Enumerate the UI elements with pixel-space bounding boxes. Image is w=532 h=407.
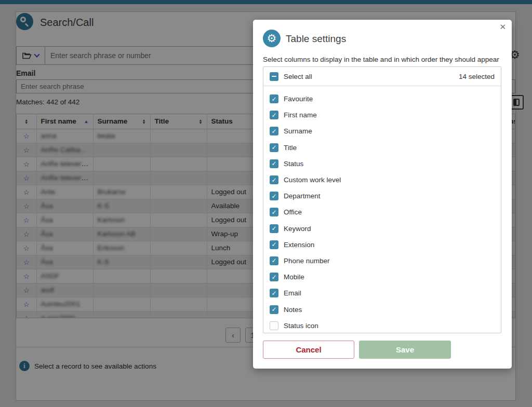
column-option-phone-number[interactable]: ✓Phone number: [263, 253, 501, 269]
column-option-office[interactable]: ✓Office: [263, 204, 501, 220]
checked-checkbox[interactable]: ✓: [270, 192, 278, 200]
close-icon[interactable]: ✕: [499, 22, 506, 32]
column-option-label: Favourite: [284, 95, 313, 103]
checked-checkbox[interactable]: ✓: [270, 224, 278, 233]
column-option-label: Extension: [284, 241, 314, 249]
column-option-status-icon[interactable]: Status icon: [263, 318, 501, 333]
checked-checkbox[interactable]: ✓: [270, 94, 278, 103]
checked-checkbox[interactable]: ✓: [270, 208, 278, 216]
column-option-extension[interactable]: ✓Extension: [263, 237, 501, 253]
indeterminate-mark: [272, 76, 276, 77]
column-option-title[interactable]: ✓Title: [263, 140, 501, 156]
column-option-label: Surname: [284, 127, 312, 135]
unchecked-checkbox[interactable]: [270, 321, 278, 330]
checked-checkbox[interactable]: ✓: [270, 305, 278, 314]
checked-checkbox[interactable]: ✓: [270, 240, 278, 249]
checked-checkbox[interactable]: ✓: [270, 289, 278, 297]
select-all-label: Select all: [284, 73, 312, 80]
column-option-favourite[interactable]: ✓Favourite: [263, 91, 501, 107]
cancel-button[interactable]: Cancel: [263, 341, 354, 359]
screen: Search/Call ⚙ Email Matches: 442 of 442 …: [0, 0, 532, 407]
column-option-label: Phone number: [284, 257, 330, 265]
modal-buttons: Cancel Save: [263, 341, 451, 359]
column-option-label: Status: [284, 160, 303, 168]
save-button[interactable]: Save: [359, 341, 451, 359]
column-option-label: Email: [284, 289, 301, 297]
column-option-label: Custom work level: [284, 176, 341, 184]
column-option-email[interactable]: ✓Email: [263, 285, 501, 301]
column-option-mobile[interactable]: ✓Mobile: [263, 269, 501, 285]
column-option-keyword[interactable]: ✓Keyword: [263, 221, 501, 237]
checked-checkbox[interactable]: ✓: [270, 127, 278, 135]
checked-checkbox[interactable]: ✓: [270, 159, 278, 168]
selected-count: 14 selected: [459, 73, 495, 80]
column-option-label: Office: [284, 208, 302, 216]
column-option-label: Department: [284, 192, 321, 200]
column-option-label: Keyword: [284, 225, 311, 233]
modal-title: Table settings: [286, 33, 346, 45]
column-list: Select all 14 selected ✓Favourite✓First …: [263, 66, 501, 333]
table-settings-modal: ✕ ⚙ Table settings Select columns to dis…: [253, 20, 512, 369]
checked-checkbox[interactable]: ✓: [270, 175, 278, 184]
column-option-label: Mobile: [284, 273, 304, 281]
column-option-label: First name: [284, 111, 317, 119]
column-option-label: Notes: [284, 306, 302, 314]
column-option-label: Title: [284, 144, 297, 152]
column-option-first-name[interactable]: ✓First name: [263, 107, 501, 123]
column-option-status[interactable]: ✓Status: [263, 156, 501, 172]
checked-checkbox[interactable]: ✓: [270, 143, 278, 152]
column-option-surname[interactable]: ✓Surname: [263, 123, 501, 139]
gear-icon: ⚙: [263, 30, 281, 47]
select-all-row[interactable]: Select all 14 selected: [263, 67, 501, 86]
column-option-label: Status icon: [284, 322, 318, 330]
column-option-notes[interactable]: ✓Notes: [263, 301, 501, 317]
column-option-custom-work-level[interactable]: ✓Custom work level: [263, 172, 501, 188]
column-option-department[interactable]: ✓Department: [263, 188, 501, 204]
select-all-checkbox[interactable]: [270, 72, 278, 81]
checked-checkbox[interactable]: ✓: [270, 111, 278, 119]
modal-subtitle: Select columns to display in the table a…: [263, 56, 499, 63]
checked-checkbox[interactable]: ✓: [270, 273, 278, 281]
checked-checkbox[interactable]: ✓: [270, 256, 278, 265]
